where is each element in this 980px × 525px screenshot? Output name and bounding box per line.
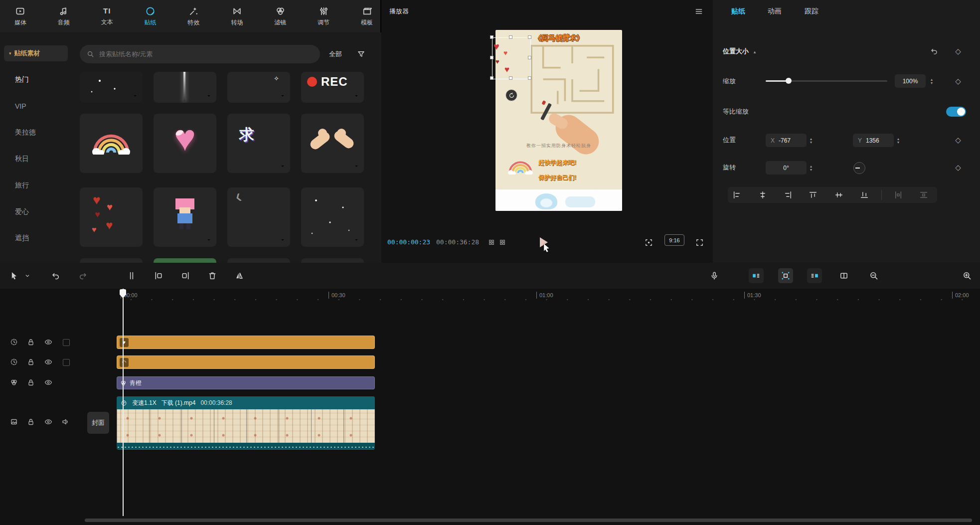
nav-text[interactable]: TI文本 bbox=[94, 6, 121, 26]
category-hot[interactable]: 热门 bbox=[15, 75, 29, 84]
stepper-down-icon[interactable]: ▾ bbox=[810, 168, 812, 172]
rotate-handle[interactable] bbox=[505, 89, 517, 101]
sticker-partial-2[interactable] bbox=[154, 258, 216, 263]
sticker-partial-4[interactable] bbox=[301, 258, 364, 263]
sticker-pinch-hands[interactable] bbox=[301, 114, 364, 173]
grid-view-icon[interactable] bbox=[488, 239, 495, 246]
x-stepper[interactable]: ▴▾ bbox=[808, 134, 815, 147]
track3-eye-icon[interactable] bbox=[44, 378, 52, 386]
video-clip[interactable]: 变速1.1X 下载 (1).mp4 00:00:36:28 bbox=[117, 396, 375, 450]
scale-stepper[interactable]: ▴▾ bbox=[928, 74, 935, 88]
download-icon[interactable] bbox=[131, 92, 139, 100]
category-autumn[interactable]: 秋日 bbox=[15, 155, 29, 164]
category-love[interactable]: 爱心 bbox=[15, 207, 29, 216]
align-left-icon[interactable] bbox=[733, 191, 741, 199]
track1-eye-icon[interactable] bbox=[44, 338, 52, 346]
selection-handle-tl[interactable] bbox=[490, 35, 493, 39]
sticker-section-header[interactable]: ▾ 贴纸素材 bbox=[4, 45, 68, 61]
align-right-icon[interactable] bbox=[784, 191, 793, 199]
rotate-value-box[interactable]: 0° bbox=[766, 161, 807, 175]
zoom-out-icon[interactable] bbox=[869, 271, 879, 281]
auto-snap-toggle[interactable] bbox=[778, 268, 793, 283]
download-icon[interactable] bbox=[352, 236, 360, 244]
playhead-line[interactable] bbox=[123, 289, 124, 516]
download-icon[interactable] bbox=[205, 236, 213, 244]
track1-clock-icon[interactable] bbox=[10, 338, 18, 346]
track4-frame-icon[interactable] bbox=[10, 418, 18, 426]
linkage-toggle[interactable] bbox=[807, 268, 822, 283]
nav-adjust[interactable]: 调节 bbox=[310, 6, 337, 27]
y-stepper[interactable]: ▴▾ bbox=[895, 134, 902, 147]
undo-icon[interactable] bbox=[50, 271, 60, 281]
timeline-horizontal-scrollbar[interactable] bbox=[85, 519, 972, 522]
uniform-scale-toggle[interactable] bbox=[946, 107, 966, 117]
sticker-light-beam[interactable] bbox=[154, 72, 216, 103]
sticker-rainbow[interactable] bbox=[80, 114, 143, 173]
align-center-horizontal-icon[interactable] bbox=[759, 191, 767, 199]
keyframe-diamond-rotate[interactable]: ◇ bbox=[955, 163, 961, 172]
sticker-light-streak[interactable]: ❮ bbox=[227, 187, 290, 247]
nav-template[interactable]: 模板 bbox=[353, 6, 380, 27]
filter-all-button[interactable]: 全部 bbox=[329, 48, 342, 61]
category-travel[interactable]: 旅行 bbox=[15, 181, 29, 190]
aspect-ratio-button[interactable]: 9:16 bbox=[664, 234, 684, 246]
record-voiceover-icon[interactable] bbox=[710, 271, 719, 281]
sticker-search-bar[interactable] bbox=[80, 45, 320, 63]
download-icon[interactable] bbox=[279, 92, 287, 100]
sticker-pixel-hearts[interactable]: ♥ ♥ ♥ ♥ ♥ bbox=[80, 187, 143, 247]
nav-media[interactable]: 媒体 bbox=[7, 6, 34, 27]
split-keep-left-icon[interactable] bbox=[154, 271, 163, 281]
split-icon[interactable] bbox=[127, 271, 137, 281]
selection-handle-tm[interactable] bbox=[509, 35, 512, 39]
selection-handle-mr[interactable] bbox=[528, 56, 531, 59]
sticker-bell-sparkle[interactable]: ✧ bbox=[227, 72, 290, 103]
select-tool-icon[interactable] bbox=[9, 271, 19, 281]
selection-handle-bm[interactable] bbox=[509, 76, 512, 80]
sticker-partial-3[interactable] bbox=[227, 258, 290, 263]
sticker-pixel-girl[interactable] bbox=[154, 187, 216, 247]
download-icon[interactable] bbox=[205, 92, 213, 100]
sticker-glossy-heart[interactable]: ♥ bbox=[154, 114, 216, 173]
preview-axis-icon[interactable] bbox=[839, 271, 849, 281]
align-center-vertical-icon[interactable] bbox=[835, 191, 843, 199]
download-icon[interactable] bbox=[279, 236, 287, 244]
track3-filter-icon[interactable] bbox=[10, 378, 18, 386]
sticker-selection-box[interactable]: ♥ ♥ ♥ ♥ bbox=[492, 37, 531, 79]
category-cover[interactable]: 遮挡 bbox=[15, 234, 29, 243]
main-track-magnet-toggle[interactable] bbox=[749, 268, 764, 283]
nav-transition[interactable]: 转场 bbox=[223, 6, 250, 27]
mirror-icon[interactable] bbox=[235, 271, 244, 281]
rotation-dial[interactable] bbox=[853, 162, 865, 174]
sticker-clip-2[interactable]: ◠ bbox=[117, 355, 375, 369]
download-icon[interactable] bbox=[279, 162, 287, 170]
track4-lock-icon[interactable] bbox=[27, 418, 35, 426]
track3-lock-icon[interactable] bbox=[27, 378, 35, 386]
track2-lock-icon[interactable] bbox=[27, 358, 35, 366]
stepper-down-icon[interactable]: ▾ bbox=[931, 81, 933, 85]
filter-funnel-icon[interactable] bbox=[357, 50, 365, 58]
selection-handle-br[interactable] bbox=[528, 76, 531, 80]
selection-handle-ml[interactable] bbox=[490, 56, 493, 59]
track4-eye-icon[interactable] bbox=[44, 418, 52, 426]
category-vip[interactable]: VIP bbox=[15, 102, 26, 110]
sticker-rec[interactable]: REC bbox=[301, 72, 364, 103]
keyframe-diamond-header[interactable]: ◇ bbox=[955, 47, 961, 56]
zoom-in-icon[interactable] bbox=[963, 271, 972, 281]
download-icon[interactable] bbox=[352, 92, 360, 100]
split-keep-right-icon[interactable] bbox=[181, 271, 190, 281]
search-input[interactable] bbox=[98, 50, 313, 58]
selection-handle-tr[interactable] bbox=[528, 35, 531, 39]
selection-handle-bl[interactable] bbox=[490, 76, 493, 80]
tab-animation[interactable]: 动画 bbox=[768, 7, 782, 16]
nav-audio[interactable]: 音频 bbox=[50, 6, 77, 27]
track1-lock-icon[interactable] bbox=[27, 338, 35, 346]
track2-clock-icon[interactable] bbox=[10, 358, 18, 366]
stepper-down-icon[interactable]: ▾ bbox=[810, 141, 812, 144]
stepper-down-icon[interactable]: ▾ bbox=[897, 141, 899, 144]
align-bottom-icon[interactable] bbox=[860, 191, 869, 199]
rotate-stepper[interactable]: ▴▾ bbox=[808, 161, 815, 175]
sticker-qiu-text[interactable]: 求 bbox=[227, 114, 290, 173]
category-maillard[interactable]: 美拉德 bbox=[15, 128, 36, 137]
download-icon[interactable] bbox=[352, 162, 360, 170]
track2-eye-icon[interactable] bbox=[44, 358, 52, 366]
